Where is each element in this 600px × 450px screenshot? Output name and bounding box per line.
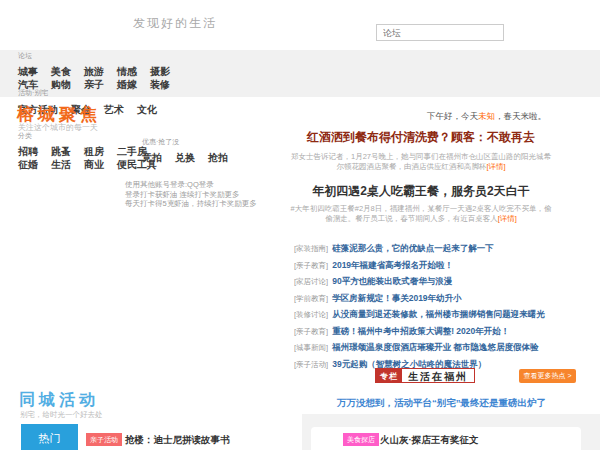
forum-nav-link[interactable]: 装修 [150, 78, 170, 92]
greeting-weather: 未知 [478, 111, 495, 121]
news-topic-title[interactable]: 硅藻泥那么贵，它的优缺点一起来了解一下 [332, 243, 494, 253]
greeting-suffix: ，春天来啦。 [495, 111, 546, 121]
city-events-subtitle: 别宅，给时光一个好去处 [20, 410, 103, 420]
site-slogan: 发现好的生活 [133, 15, 217, 32]
news-topic-tag[interactable]: [亲子活动] [294, 360, 328, 369]
qq-login-link[interactable]: 使用其他账号登录:QQ登录 [125, 180, 257, 190]
news-list-row: [城事新闻]福州璟颂温泉度假酒店璀璨开业 都市隐逸悠居度假体验 [294, 336, 556, 353]
events-promo-link[interactable]: 万万没想到，活动平台“别宅”最终还是重磅出炉了 [290, 397, 546, 410]
deals-link[interactable]: 抢拍 [208, 151, 228, 165]
column-banner[interactable]: 专栏 生活在福州 [375, 368, 475, 383]
event-title-left[interactable]: 抢楼：迪士尼拼读故事书 [125, 434, 230, 447]
deals-link[interactable]: 竞拍 [142, 151, 162, 165]
more-hotspots-button[interactable]: 查看更多热点 > [519, 369, 576, 383]
news-summary-2: #大年初四吃霸王餐#2月8日，福建福州，某餐厅一天遇2桌客人吃完不买单，偷偷溜走… [288, 204, 554, 224]
category-link[interactable]: 商业 [84, 158, 104, 172]
forum-section-label: 论坛 [18, 51, 32, 61]
news-topic-title[interactable]: 2019年福建省高考报名开始啦！ [332, 260, 453, 270]
news-list-row: [家装指南]硅藻泥那么贵，它的优缺点一起来了解一下 [294, 237, 556, 254]
activity-nav-link[interactable]: 艺术 [104, 103, 124, 117]
login-hint-line: 每天打卡得5克虾油，持续打卡奖励更多 [125, 199, 257, 209]
news-topic-tag[interactable]: [亲子教育] [294, 327, 328, 336]
deals-row: 竞拍兑换抢拍 [142, 147, 241, 165]
news-list-row: [亲子教育]2019年福建省高考报名开始啦！ [294, 254, 556, 271]
news-summary-1: 郑女士告诉记者，1月27号晚上，她与同事们在福州市仓山区盖山路的阳光城希尔顿花园… [288, 152, 554, 172]
search-input[interactable] [376, 24, 504, 41]
news-list-row: [学前教育]学区房新规定！事关2019年幼升小 [294, 287, 556, 304]
category-link[interactable]: 生活 [51, 158, 71, 172]
page: 发现好的生活 论坛 城事美食旅游情感摄影 汽车购物亲子婚嫁装修 活动·别宅 官方… [0, 0, 600, 450]
greeting-prefix: 下午好，今天 [427, 111, 478, 121]
activity-section-label: 活动·别宅 [18, 88, 48, 98]
news-topic-title[interactable]: 学区房新规定！事关2019年幼升小 [332, 293, 461, 303]
news-topic-tag[interactable]: [亲子教育] [294, 261, 328, 270]
news-topic-title[interactable]: 重磅！福州中考中招政策大调整! 2020年开始！ [332, 326, 509, 336]
news-list-row: [亲子活动]39元起购（智慧树之小咕咚的魔法世界） [294, 353, 556, 370]
news-topic-title[interactable]: 福州璟颂温泉度假酒店璀璨开业 都市隐逸悠居度假体验 [332, 342, 538, 352]
news-topic-title[interactable]: 39元起购（智慧树之小咕咚的魔法世界） [332, 359, 486, 369]
category-link[interactable]: 征婚 [18, 158, 38, 172]
forum-nav-link[interactable]: 亲子 [84, 78, 104, 92]
top-bar: 发现好的生活 [0, 0, 600, 50]
column-title: 生活在福州 [402, 369, 474, 382]
news-topic-tag[interactable]: [装修讨论] [294, 310, 328, 319]
forum-nav-link[interactable]: 婚嫁 [117, 78, 137, 92]
news-topic-list: [家装指南]硅藻泥那么贵，它的优缺点一起来了解一下[亲子教育]2019年福建省高… [294, 237, 556, 369]
column-badge: 专栏 [376, 369, 402, 382]
login-hint-line: 登录打卡获虾油 连续打卡奖励更多 [125, 190, 257, 200]
event-tag-food[interactable]: 美食探店 [343, 433, 379, 446]
greeting-text: 下午好，今天未知，春天来啦。 [290, 111, 546, 123]
news-headline-2[interactable]: 年初四遇2桌人吃霸王餐，服务员2天白干 [288, 183, 554, 200]
news-topic-tag[interactable]: [学前教育] [294, 294, 328, 303]
summary-text: 郑女士告诉记者，1月27号晚上，她与同事们在福州市仓山区盖山路的阳光城希尔顿花园… [291, 152, 551, 171]
news-topic-tag[interactable]: [家居讨论] [294, 277, 328, 286]
news-topic-tag[interactable]: [城事新闻] [294, 343, 328, 352]
forum-nav-link[interactable]: 购物 [51, 78, 71, 92]
news-topic-title[interactable]: 90平方也能装出欧式奢华与浪漫 [332, 276, 452, 286]
news-headline-1[interactable]: 红酒洒到餐布得付清洗费？顾客：不敢再去 [288, 129, 554, 146]
deals-section-label: 优惠·抢了没 [142, 137, 179, 147]
login-hint-block: 使用其他账号登录:QQ登录登录打卡获虾油 连续打卡奖励更多每天打卡得5克虾油，持… [125, 180, 257, 209]
event-tag-parenting[interactable]: 亲子活动 [86, 433, 122, 446]
hot-tab-button[interactable]: 热门 [21, 424, 78, 450]
deals-link[interactable]: 兑换 [175, 151, 195, 165]
category-section-label: 分类 [18, 131, 32, 141]
news-topic-title[interactable]: 从没商量到退还装修款，福州楼市捆绑销售问题迎来曙光 [332, 309, 545, 319]
city-events-title[interactable]: 同城活动 [19, 390, 99, 411]
news-list-row: [家居讨论]90平方也能装出欧式奢华与浪漫 [294, 270, 556, 287]
detail-link[interactable]: [详情] [498, 214, 517, 223]
news-topic-tag[interactable]: [家装指南] [294, 244, 328, 253]
detail-link[interactable]: [详情] [486, 162, 505, 171]
site-logo-title[interactable]: 榕城聚焦 [17, 103, 101, 126]
news-list-row: [亲子教育]重磅！福州中考中招政策大调整! 2020年开始！ [294, 320, 556, 337]
news-list-row: [装修讨论]从没商量到退还装修款，福州楼市捆绑销售问题迎来曙光 [294, 303, 556, 320]
event-title-right[interactable]: 火山灰·探店王有奖征文 [380, 434, 478, 447]
activity-nav-link[interactable]: 文化 [137, 103, 157, 117]
